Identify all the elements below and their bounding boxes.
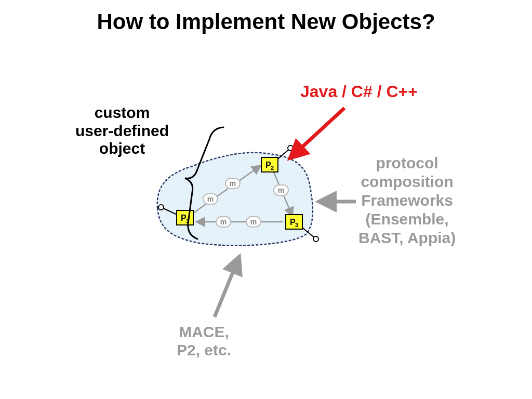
msg-pill: m: [246, 217, 261, 227]
diagram-canvas: m m m m m P 1 P 2 P 3: [0, 0, 532, 399]
svg-text:3: 3: [295, 222, 298, 228]
svg-text:m: m: [230, 179, 236, 188]
svg-point-11: [158, 205, 164, 210]
svg-text:m: m: [207, 195, 214, 203]
svg-text:m: m: [278, 186, 284, 194]
msg-pill: m: [225, 178, 240, 189]
svg-text:2: 2: [271, 165, 274, 171]
svg-point-16: [288, 145, 293, 151]
msg-pill: m: [203, 194, 218, 204]
msg-pill: m: [216, 217, 231, 227]
msg-pill: m: [274, 185, 288, 195]
svg-point-21: [313, 236, 318, 242]
svg-text:m: m: [220, 218, 227, 226]
arrow-java: [292, 108, 344, 156]
arrow-mace: [215, 260, 238, 317]
object-blob: [157, 153, 313, 246]
svg-text:m: m: [250, 218, 257, 226]
